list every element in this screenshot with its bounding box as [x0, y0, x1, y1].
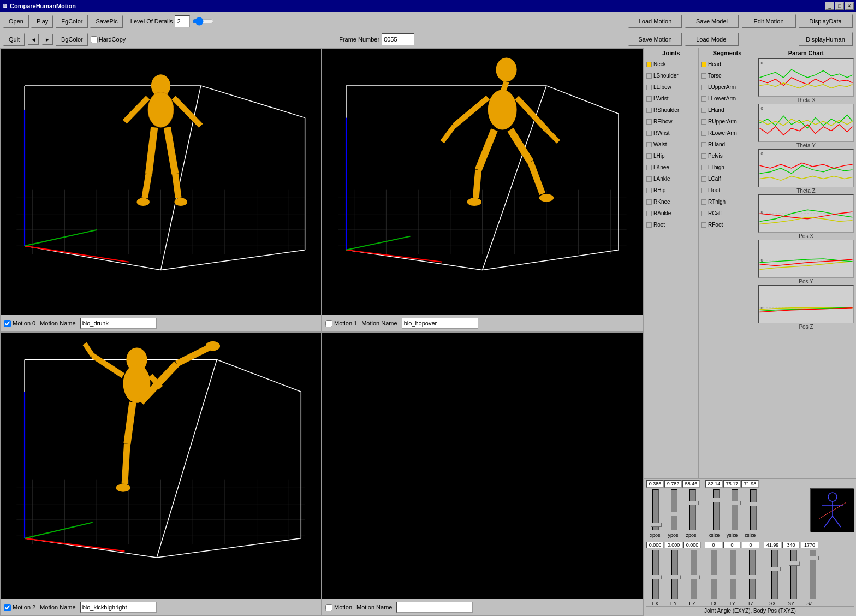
joint-waist-indicator [646, 142, 652, 147]
segment-lhand[interactable]: LHand [699, 104, 756, 116]
ex-thumb[interactable] [651, 575, 662, 579]
display-data-button[interactable]: DisplayData [798, 14, 853, 28]
minimize-btn[interactable]: _ [825, 2, 834, 10]
hardcopy-checkbox[interactable] [91, 36, 98, 43]
ypos-track [671, 489, 677, 530]
ty-input[interactable] [723, 542, 741, 548]
tx-input[interactable] [705, 542, 722, 548]
ysize-thumb[interactable] [730, 501, 741, 505]
next-button[interactable]: ► [41, 33, 54, 45]
joint-rknee[interactable]: RKnee [644, 196, 698, 208]
segment-rlowerarm[interactable]: RLowerArm [699, 127, 756, 139]
savepic-button[interactable]: SavePic [90, 15, 123, 28]
xpos-thumb[interactable] [651, 523, 662, 527]
xpos-value[interactable]: 0.385 [646, 480, 664, 488]
joint-relbow[interactable]: RElbow [644, 116, 698, 127]
ty-thumb[interactable] [728, 575, 739, 579]
ez-input[interactable] [683, 542, 701, 548]
frame-number-input[interactable] [382, 33, 414, 45]
motion-3-checkbox[interactable] [325, 604, 332, 611]
quit-button[interactable]: Quit [3, 33, 25, 46]
segment-llowerarm[interactable]: LLowerArm [699, 93, 756, 104]
motion-1-checkbox[interactable] [325, 320, 332, 327]
tx-thumb[interactable] [709, 575, 720, 579]
ypos-value[interactable]: 9.782 [664, 480, 682, 488]
load-model-button[interactable]: Load Model [685, 32, 739, 46]
segment-lupperarm[interactable]: LUpperArm [699, 81, 756, 93]
lod-input[interactable] [175, 15, 190, 27]
close-btn[interactable]: ✕ [845, 2, 854, 10]
xsize-value[interactable] [705, 480, 723, 488]
load-motion-button[interactable]: Load Motion [628, 14, 682, 28]
motion-0-checkbox[interactable] [4, 320, 11, 327]
segment-rupperarm[interactable]: RUpperArm [699, 116, 756, 127]
save-model-button[interactable]: Save Model [685, 14, 739, 28]
edit-motion-button[interactable]: Edit Motion [741, 14, 796, 28]
segment-rhand[interactable]: RHand [699, 139, 756, 150]
joint-lhip[interactable]: LHip [644, 150, 698, 162]
joint-lankle[interactable]: LAnkle [644, 173, 698, 185]
xsize-thumb[interactable] [711, 498, 722, 502]
sy-thumb[interactable] [789, 561, 800, 566]
segment-pelvis[interactable]: Pelvis [699, 150, 756, 162]
motion-1-checkbox-label[interactable]: Motion 1 [325, 320, 357, 327]
segment-rthigh[interactable]: RThigh [699, 196, 756, 208]
ypos-thumb[interactable] [669, 512, 680, 516]
fgcolor-button[interactable]: FgColor [56, 15, 88, 28]
joint-rhip[interactable]: RHip [644, 185, 698, 196]
motion-0-checkbox-label[interactable]: Motion 0 [4, 320, 35, 327]
segment-torso[interactable]: Torso [699, 70, 756, 81]
lod-slider[interactable] [192, 17, 214, 26]
segment-rfoot[interactable]: RFoot [699, 219, 756, 230]
zpos-value[interactable]: 58.46 [682, 480, 700, 488]
segment-head[interactable]: Head [699, 58, 756, 70]
ez-track [691, 550, 697, 599]
zpos-thumb[interactable] [688, 501, 699, 505]
segment-rcalf[interactable]: RCalf [699, 208, 756, 219]
segment-lfoot[interactable]: Lfoot [699, 185, 756, 196]
joint-lknee[interactable]: LKnee [644, 162, 698, 173]
zsize-value[interactable] [741, 480, 759, 488]
hardcopy-checkbox-label[interactable]: HardCopy [91, 36, 126, 43]
motion-0-name-input[interactable] [80, 318, 157, 329]
sx-thumb[interactable] [770, 567, 781, 571]
joint-lshoulder[interactable]: LShoulder [644, 70, 698, 81]
tz-input[interactable] [742, 542, 759, 548]
ez-thumb[interactable] [689, 575, 700, 579]
prev-button[interactable]: ◄ [27, 33, 39, 45]
sy-input[interactable] [782, 542, 800, 548]
ey-input[interactable] [665, 542, 682, 548]
motion-2-name-input[interactable] [80, 602, 157, 613]
sz-thumb[interactable] [808, 556, 819, 560]
tz-thumb[interactable] [747, 575, 758, 579]
ex-input[interactable] [646, 542, 664, 548]
motion-2-checkbox-label[interactable]: Motion 2 [4, 604, 35, 611]
motion-2-checkbox[interactable] [4, 604, 11, 611]
motion-3-name-input[interactable] [396, 602, 473, 613]
chart-pos-z-label: Pos Z [756, 323, 856, 330]
ysize-value[interactable] [723, 480, 741, 488]
bgcolor-button[interactable]: BgColor [56, 33, 88, 46]
play-button[interactable]: Play [31, 15, 54, 28]
sx-input[interactable] [764, 542, 781, 548]
joint-root[interactable]: Root [644, 219, 698, 230]
right-main: Joints Neck LShoulder LElbow LWrist RSho… [644, 48, 856, 478]
joint-rankle[interactable]: RAnkle [644, 208, 698, 219]
motion-1-name-input[interactable] [402, 318, 478, 329]
display-human-button[interactable]: DisplayHuman [798, 32, 853, 46]
joint-lelbow[interactable]: LElbow [644, 81, 698, 93]
joint-lwrist[interactable]: LWrist [644, 93, 698, 104]
sz-input[interactable] [801, 542, 818, 548]
joint-rwrist[interactable]: RWrist [644, 127, 698, 139]
save-motion-button[interactable]: Save Motion [628, 32, 682, 46]
joint-neck[interactable]: Neck [644, 58, 698, 70]
zsize-thumb[interactable] [748, 502, 759, 506]
segment-lthigh[interactable]: LThigh [699, 162, 756, 173]
open-button[interactable]: Open [3, 15, 29, 28]
joint-waist[interactable]: Waist [644, 139, 698, 150]
motion-3-checkbox-label[interactable]: Motion [325, 604, 352, 611]
maximize-btn[interactable]: □ [835, 2, 844, 10]
ey-thumb[interactable] [670, 575, 681, 579]
segment-lcalf[interactable]: LCalf [699, 173, 756, 185]
joint-rshoulder[interactable]: RShoulder [644, 104, 698, 116]
